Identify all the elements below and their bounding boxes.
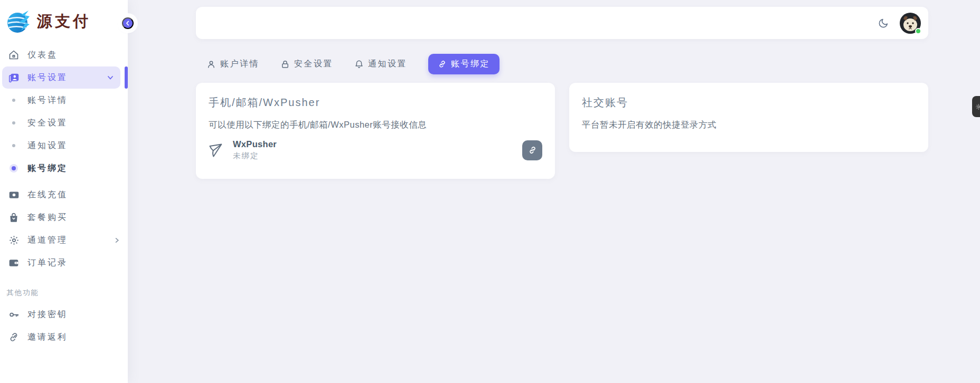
theme-toggle-button[interactable] (875, 15, 891, 31)
sidebar-item-label: 订单记录 (27, 257, 68, 269)
sidebar-item-label: 通知设置 (27, 140, 68, 151)
sidebar-section-label: 其他功能 (0, 274, 128, 303)
sidebar-item-notification-settings[interactable]: 通知设置 (0, 135, 128, 157)
wxpusher-icon (209, 142, 223, 158)
card-title: 手机/邮箱/WxPusher (209, 95, 542, 110)
tab-account-detail[interactable]: 账户详情 (206, 54, 259, 74)
sidebar-item-label: 仪表盘 (27, 50, 58, 61)
sidebar-item-label: 套餐购买 (27, 212, 68, 223)
tab-label: 账户详情 (220, 59, 259, 70)
binding-name: WxPusher (233, 139, 277, 149)
binding-status: 未绑定 (233, 151, 277, 161)
bullet-dot-active (8, 166, 20, 170)
topbar (196, 7, 928, 39)
active-menu-indicator (125, 66, 128, 89)
sidebar-item-online-recharge[interactable]: 在线充值 (0, 184, 128, 206)
tab-label: 安全设置 (294, 59, 333, 70)
brand[interactable]: 源支付 (0, 0, 128, 41)
globe-logo-icon (5, 8, 33, 35)
settings-tabs: 账户详情 安全设置 通知设置 (196, 54, 928, 74)
sidebar-item-label: 邀请返利 (27, 332, 68, 343)
link-icon (438, 60, 447, 69)
cards-grid: 手机/邮箱/WxPusher 可以使用以下绑定的手机/邮箱/WxPusher账号… (196, 83, 928, 179)
wallet-icon (8, 257, 20, 268)
tab-security-settings[interactable]: 安全设置 (280, 54, 333, 74)
gear-icon (972, 103, 980, 110)
home-icon (8, 50, 20, 60)
binding-card: 手机/邮箱/WxPusher 可以使用以下绑定的手机/邮箱/WxPusher账号… (196, 83, 555, 179)
sidebar-item-security-settings[interactable]: 安全设置 (0, 112, 128, 134)
sidebar-item-account-settings[interactable]: 账号设置 (2, 66, 120, 89)
shopping-bag-icon (8, 212, 20, 223)
card-description: 可以使用以下绑定的手机/邮箱/WxPusher账号接收信息 (209, 119, 542, 131)
sidebar-item-label: 通道管理 (27, 235, 68, 246)
sidebar-item-label: 安全设置 (27, 118, 68, 129)
bell-icon (354, 60, 364, 69)
gear-icon (8, 235, 20, 246)
moon-icon (878, 17, 889, 29)
sidebar-item-api-keys[interactable]: 对接密钥 (0, 303, 128, 325)
theme-settings-drawer-handle[interactable] (972, 96, 980, 117)
sidebar-item-label: 账号详情 (27, 95, 68, 106)
user-avatar[interactable] (900, 13, 921, 34)
banknote-icon (8, 189, 20, 200)
sidebar-item-channel-management[interactable]: 通道管理 (0, 229, 128, 251)
key-icon (8, 309, 20, 320)
sidebar-nav: 仪表盘 账号设置 账号详情 安全设置 (0, 41, 128, 348)
bullet-dot (8, 99, 20, 102)
sidebar-item-order-records[interactable]: 订单记录 (0, 252, 128, 274)
card-description: 平台暂未开启有效的快捷登录方式 (582, 119, 916, 131)
social-accounts-card: 社交账号 平台暂未开启有效的快捷登录方式 (569, 83, 928, 152)
sidebar-item-label: 对接密钥 (27, 309, 68, 320)
tab-label: 通知设置 (368, 59, 407, 70)
sidebar: 源支付 仪表盘 账号设置 (0, 0, 128, 383)
sidebar-item-account-detail[interactable]: 账号详情 (0, 89, 128, 111)
sidebar-item-label: 账号绑定 (27, 163, 68, 174)
main-content: 账户详情 安全设置 通知设置 (128, 0, 980, 383)
sidebar-item-dashboard[interactable]: 仪表盘 (0, 44, 128, 66)
link-icon (528, 146, 537, 155)
brand-name: 源支付 (37, 11, 91, 32)
card-title: 社交账号 (582, 95, 916, 110)
tab-account-binding[interactable]: 账号绑定 (428, 54, 500, 74)
chevron-down-icon (107, 74, 120, 81)
user-card-icon (8, 72, 20, 83)
binding-row-wxpusher: WxPusher 未绑定 (209, 139, 542, 166)
bullet-dot (8, 144, 20, 147)
bind-wxpusher-button[interactable] (522, 140, 542, 160)
sidebar-item-package-purchase[interactable]: 套餐购买 (0, 206, 128, 228)
sidebar-item-label: 账号设置 (27, 72, 68, 83)
binding-meta: WxPusher 未绑定 (233, 139, 277, 161)
sidebar-item-account-binding[interactable]: 账号绑定 (0, 157, 128, 179)
user-icon (206, 60, 216, 69)
tab-label: 账号绑定 (451, 59, 490, 70)
chevron-left-icon (125, 20, 131, 26)
lock-icon (280, 60, 290, 69)
invite-link-icon (8, 332, 20, 342)
sidebar-item-invite-rebate[interactable]: 邀请返利 (0, 326, 128, 348)
chevron-right-icon (114, 237, 128, 244)
online-status-dot (915, 28, 921, 34)
sidebar-item-label: 在线充值 (27, 189, 68, 200)
sidebar-collapse-button[interactable] (122, 17, 134, 29)
bullet-dot (8, 121, 20, 125)
tab-notification-settings[interactable]: 通知设置 (354, 54, 407, 74)
